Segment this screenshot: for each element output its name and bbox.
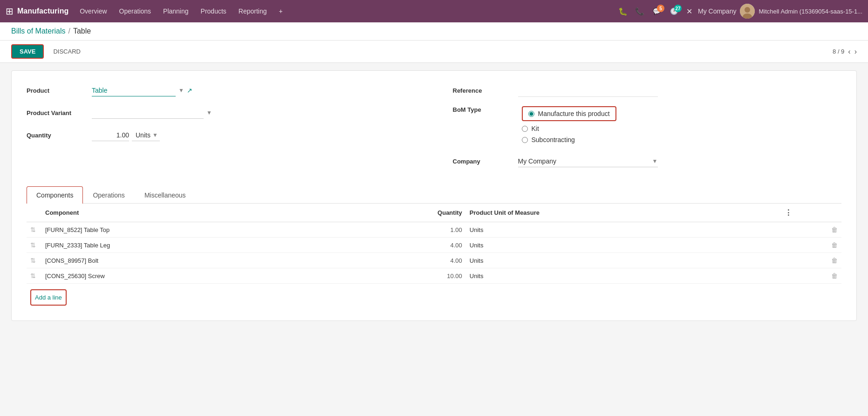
app-name: Manufacturing <box>17 7 68 15</box>
product-field: ▼ ↗ <box>92 85 427 96</box>
table-row: ⇅ [FURN_8522] Table Top 1.00 Units 🗑 <box>27 222 841 238</box>
reference-label: Reference <box>453 87 518 94</box>
breadcrumb-parent[interactable]: Bills of Materials <box>11 27 65 35</box>
clock-btn[interactable]: 🕐 27 <box>667 6 681 17</box>
manufacture-option-box: Manufacture this product <box>522 106 616 121</box>
company-select[interactable]: My Company ▼ <box>518 156 658 167</box>
messages-badge: 5 <box>657 5 664 12</box>
breadcrumb: Bills of Materials / Table <box>0 22 868 41</box>
tabs-container: Components Operations Miscellaneous <box>27 186 841 204</box>
drag-handle-cell: ⇅ <box>27 238 41 253</box>
breadcrumb-separator: / <box>68 27 70 35</box>
subcontracting-radio[interactable] <box>522 137 528 143</box>
bom-type-options: Manufacture this product Kit <box>518 106 616 147</box>
company-dropdown-arrow[interactable]: ▼ <box>652 158 658 164</box>
row-quantity: 10.00 <box>447 273 462 280</box>
th-drag <box>27 204 41 222</box>
row-quantity: 1.00 <box>451 226 462 233</box>
bom-type-kit: Kit <box>522 125 616 132</box>
manufacture-radio[interactable] <box>528 111 534 117</box>
bug-icon[interactable]: 🐛 <box>616 5 629 18</box>
component-name: [FURN_2333] Table Leg <box>45 242 110 249</box>
product-dropdown-arrow[interactable]: ▼ <box>178 87 184 94</box>
app-logo[interactable]: ⊞ Manufacturing <box>6 6 68 17</box>
save-button[interactable]: SAVE <box>11 44 44 59</box>
row-quantity: 4.00 <box>451 242 462 249</box>
phone-icon[interactable]: 📞 <box>633 5 646 18</box>
quantity-row: Quantity Units ▼ <box>27 127 427 143</box>
th-uom: Product Unit of Measure <box>466 204 781 222</box>
quantity-field: Units ▼ <box>92 130 427 141</box>
delete-row-icon[interactable]: 🗑 <box>831 257 838 264</box>
settings-icon[interactable]: ✕ <box>684 5 694 18</box>
company-label-field: Company <box>453 158 518 165</box>
user-avatar[interactable] <box>740 4 755 19</box>
table-more-icon[interactable]: ⋮ <box>785 209 792 217</box>
nav-products[interactable]: Products <box>195 4 232 19</box>
component-cell: [CONS_25630] Screw <box>41 268 335 284</box>
drag-handle-cell: ⇅ <box>27 253 41 268</box>
delete-row-icon[interactable]: 🗑 <box>831 272 838 280</box>
nav-add[interactable]: + <box>273 4 288 19</box>
drag-handle-icon[interactable]: ⇅ <box>30 241 36 249</box>
delete-cell: 🗑 <box>781 268 841 284</box>
units-value: Units <box>136 131 150 139</box>
messages-btn[interactable]: 💬 5 <box>650 6 663 17</box>
table-row: ⇅ [CONS_89957] Bolt 4.00 Units 🗑 <box>27 253 841 268</box>
drag-handle-icon[interactable]: ⇅ <box>30 272 36 280</box>
clock-badge: 27 <box>674 5 682 12</box>
delete-cell: 🗑 <box>781 238 841 253</box>
add-line-button[interactable]: Add a line <box>30 289 67 306</box>
table-header-row: Component Quantity Product Unit of Measu… <box>27 204 841 222</box>
quantity-cell: 4.00 <box>335 238 466 253</box>
product-input[interactable] <box>92 85 176 96</box>
row-uom: Units <box>470 257 484 264</box>
units-dropdown-arrow[interactable]: ▼ <box>152 132 158 138</box>
grid-icon: ⊞ <box>6 6 14 17</box>
drag-handle-cell: ⇅ <box>27 222 41 238</box>
pagination-prev[interactable]: ‹ <box>848 48 850 56</box>
top-navigation: ⊞ Manufacturing Overview Operations Plan… <box>0 0 868 22</box>
form-grid: Product ▼ ↗ Product Variant ▼ <box>27 82 841 175</box>
component-name: [CONS_25630] Screw <box>45 273 105 280</box>
pagination-text: 8 / 9 <box>833 48 844 55</box>
company-label: My Company <box>698 7 736 15</box>
nav-overview[interactable]: Overview <box>74 4 112 19</box>
delete-row-icon[interactable]: 🗑 <box>831 241 838 249</box>
svg-point-1 <box>745 7 750 13</box>
bom-type-row: BoM Type Manufacture this product <box>453 104 842 147</box>
action-bar: SAVE DISCARD 8 / 9 ‹ › <box>0 41 868 63</box>
components-table: Component Quantity Product Unit of Measu… <box>27 204 841 284</box>
subcontracting-label: Subcontracting <box>532 136 575 143</box>
form-left-section: Product ▼ ↗ Product Variant ▼ <box>27 82 427 175</box>
nav-planning[interactable]: Planning <box>157 4 194 19</box>
row-quantity: 4.00 <box>451 257 462 264</box>
discard-button[interactable]: DISCARD <box>48 45 86 58</box>
variant-dropdown-arrow[interactable]: ▼ <box>206 109 212 116</box>
units-field: Units ▼ <box>132 130 160 141</box>
pagination-next[interactable]: › <box>854 48 857 56</box>
product-external-link[interactable]: ↗ <box>187 87 192 94</box>
product-row: Product ▼ ↗ <box>27 82 427 99</box>
product-variant-field: ▼ <box>92 107 427 119</box>
nav-menu: Overview Operations Planning Products Re… <box>74 4 615 19</box>
nav-operations[interactable]: Operations <box>114 4 157 19</box>
delete-row-icon[interactable]: 🗑 <box>831 226 838 233</box>
row-uom: Units <box>470 273 484 280</box>
tab-miscellaneous[interactable]: Miscellaneous <box>135 186 196 204</box>
drag-handle-icon[interactable]: ⇅ <box>30 257 36 264</box>
quantity-cell: 1.00 <box>335 222 466 238</box>
reference-input[interactable] <box>518 84 658 97</box>
component-cell: [FURN_8522] Table Top <box>41 222 335 238</box>
uom-cell: Units <box>466 268 781 284</box>
product-label: Product <box>27 87 92 94</box>
kit-radio[interactable] <box>522 126 528 132</box>
form-card: Product ▼ ↗ Product Variant ▼ <box>11 70 857 321</box>
tab-operations[interactable]: Operations <box>83 186 134 204</box>
nav-reporting[interactable]: Reporting <box>233 4 273 19</box>
product-variant-input[interactable] <box>92 107 204 119</box>
quantity-input[interactable] <box>92 130 129 141</box>
drag-handle-icon[interactable]: ⇅ <box>30 226 36 233</box>
tab-components[interactable]: Components <box>27 186 83 204</box>
manufacture-label: Manufacture this product <box>538 110 610 117</box>
